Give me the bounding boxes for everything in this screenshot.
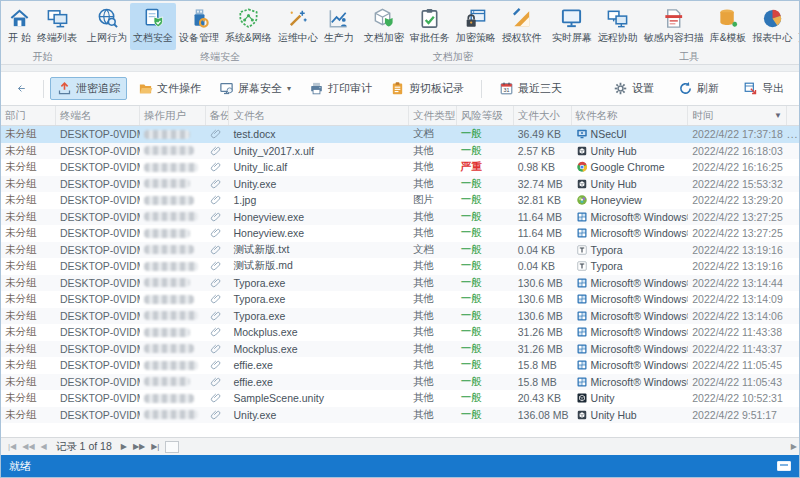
- paperclip-icon: [210, 227, 222, 239]
- ribbon-button[interactable]: 授权软件: [499, 3, 545, 50]
- cell-file-size: 15.8 MB: [514, 357, 572, 374]
- pager-first-button[interactable]: |◀: [5, 442, 19, 451]
- ribbon-button[interactable]: 远程协助: [595, 3, 641, 50]
- cell-backup[interactable]: [206, 407, 230, 424]
- table-row[interactable]: 未分组DESKTOP-0VIDMDJ1.jpg图片一般32.81 KBHoney…: [1, 192, 799, 209]
- paperclip-icon: [210, 326, 222, 338]
- cell-row-actions[interactable]: ...: [787, 126, 799, 143]
- toolbar-button[interactable]: 文件操作: [131, 77, 208, 100]
- cell-backup[interactable]: [206, 357, 230, 374]
- ribbon-button[interactable]: 文档加密: [361, 3, 407, 50]
- ribbon-button[interactable]: 上网行为: [84, 3, 130, 50]
- table-row[interactable]: 未分组DESKTOP-0VIDMDJHoneyview.exe其他一般11.64…: [1, 225, 799, 242]
- toolbar-button[interactable]: 泄密追踪: [50, 77, 127, 100]
- ribbon-button[interactable]: 更多...: [795, 3, 799, 50]
- table-row[interactable]: 未分组DESKTOP-0VIDMDJHoneyview.exe其他一般11.64…: [1, 209, 799, 226]
- cell-backup[interactable]: [206, 291, 230, 308]
- paperclip-icon: [210, 194, 222, 206]
- toolbar-button[interactable]: 刷新: [671, 77, 726, 100]
- ribbon-button[interactable]: 文档安全: [130, 3, 176, 50]
- cell-backup[interactable]: [206, 126, 230, 143]
- toolbar-button[interactable]: 打印审计: [302, 77, 379, 100]
- cell-backup[interactable]: [206, 374, 230, 391]
- ribbon-button[interactable]: 设备管理: [176, 3, 222, 50]
- table-row[interactable]: 未分组DESKTOP-0VIDMDJeffie.exe其他一般15.8 MBMi…: [1, 357, 799, 374]
- column-header[interactable]: 部门: [1, 106, 56, 125]
- cell-risk-level: 严重: [457, 159, 514, 176]
- column-header[interactable]: 文件名: [229, 106, 409, 125]
- table-row[interactable]: 未分组DESKTOP-0VIDMDJMockplus.exe其他一般31.26 …: [1, 324, 799, 341]
- hscroll-right-arrow[interactable]: ▶: [791, 442, 797, 451]
- cell-software-name: Microsoft® Windows® Oper...: [572, 324, 689, 341]
- column-header[interactable]: 风险等级: [457, 106, 514, 125]
- table-row[interactable]: 未分组DESKTOP-0VIDMDJTypora.exe其他一般130.6 MB…: [1, 275, 799, 292]
- redacted-username: [144, 212, 198, 221]
- table-row[interactable]: 未分组DESKTOP-0VIDMDJUnity.exe其他一般136.08 MB…: [1, 407, 799, 424]
- back-button[interactable]: [9, 77, 33, 100]
- ribbon-button[interactable]: 审批任务: [407, 3, 453, 50]
- column-filter-icon[interactable]: ▼: [774, 106, 782, 125]
- pager-options-button[interactable]: [165, 441, 179, 453]
- cell-time: 2022/4/22 13:27:25: [688, 225, 787, 242]
- pager-fast-prev-button[interactable]: ◀◀: [19, 442, 37, 451]
- ribbon-button[interactable]: 开 始: [5, 3, 34, 50]
- pager-fast-next-button[interactable]: ▶▶: [130, 442, 148, 451]
- cell-backup[interactable]: [206, 242, 230, 259]
- table-row[interactable]: 未分组DESKTOP-0VIDMDJTypora.exe其他一般130.6 MB…: [1, 308, 799, 325]
- column-header[interactable]: 时间▼: [688, 106, 787, 125]
- cell-backup[interactable]: [206, 258, 230, 275]
- ribbon-button[interactable]: 报表中心: [749, 3, 795, 50]
- column-header[interactable]: 终端名: [56, 106, 140, 125]
- table-row[interactable]: 未分组DESKTOP-0VIDMDJ测试新版.md其他一般0.04 KBTypo…: [1, 258, 799, 275]
- cell-operator: [140, 225, 206, 242]
- toolbar-button[interactable]: 屏幕安全▾: [212, 77, 298, 100]
- ribbon-button[interactable]: 终端列表: [34, 3, 80, 50]
- cell-operator: [140, 258, 206, 275]
- cell-backup[interactable]: [206, 324, 230, 341]
- cell-backup[interactable]: [206, 176, 230, 193]
- cell-backup[interactable]: [206, 225, 230, 242]
- table-row[interactable]: 未分组DESKTOP-0VIDMDJSampleScene.unity其他一般2…: [1, 390, 799, 407]
- cell-time: 2022/4/22 11:43:37: [688, 341, 787, 358]
- cell-file-size: 15.8 MB: [514, 374, 572, 391]
- cell-backup[interactable]: [206, 341, 230, 358]
- cell-time: 2022/4/22 13:14:06: [688, 308, 787, 325]
- table-row[interactable]: 未分组DESKTOP-0VIDMDJUnity_v2017.x.ulf其他一般2…: [1, 143, 799, 160]
- pager-prev-button[interactable]: ◀: [38, 442, 50, 451]
- ribbon-button[interactable]: 加密策略: [453, 3, 499, 50]
- column-header[interactable]: 备份: [206, 106, 230, 125]
- statusbar-screen-icon[interactable]: [777, 461, 791, 471]
- table-row[interactable]: 未分组DESKTOP-0VIDMDJTypora.exe其他一般130.6 MB…: [1, 291, 799, 308]
- cell-backup[interactable]: [206, 192, 230, 209]
- toolbar-button[interactable]: 导出: [736, 77, 791, 100]
- cell-backup[interactable]: [206, 308, 230, 325]
- cell-software-name: Unity Hub: [572, 407, 689, 424]
- ribbon-button[interactable]: 敏感内容扫描: [641, 3, 707, 50]
- cell-backup[interactable]: [206, 159, 230, 176]
- table-row[interactable]: 未分组DESKTOP-0VIDMDJUnity.exe其他一般32.74 MBU…: [1, 176, 799, 193]
- toolbar-button[interactable]: 31最近三天: [492, 77, 569, 100]
- column-header[interactable]: 软件名称: [572, 106, 689, 125]
- row-actions-ellipsis[interactable]: ...: [787, 129, 798, 140]
- table-row[interactable]: 未分组DESKTOP-0VIDMDJMockplus.exe其他一般31.26 …: [1, 341, 799, 358]
- ribbon-button[interactable]: 实时屏幕: [549, 3, 595, 50]
- cell-backup[interactable]: [206, 390, 230, 407]
- table-row[interactable]: 未分组DESKTOP-0VIDMDJ测试新版.txt文档一般0.04 KBTyp…: [1, 242, 799, 259]
- ribbon-button[interactable]: 生产力: [321, 3, 357, 50]
- ribbon-button[interactable]: 系统&网络: [222, 3, 275, 50]
- toolbar-button[interactable]: 剪切板记录: [383, 77, 471, 100]
- column-header[interactable]: 文件类型: [409, 106, 457, 125]
- pager-next-button[interactable]: ▶: [118, 442, 130, 451]
- cell-backup[interactable]: [206, 275, 230, 292]
- cell-backup[interactable]: [206, 209, 230, 226]
- table-row[interactable]: 未分组DESKTOP-0VIDMDJeffie.exe其他一般15.8 MBMi…: [1, 374, 799, 391]
- pager-last-button[interactable]: ▶|: [148, 442, 162, 451]
- table-row[interactable]: 未分组DESKTOP-0VIDMDJtest.docx文档一般36.49 KBN…: [1, 126, 799, 143]
- column-header[interactable]: 文件大小: [514, 106, 572, 125]
- table-row[interactable]: 未分组DESKTOP-0VIDMDJUnity_lic.alf其他严重0.98 …: [1, 159, 799, 176]
- toolbar-button[interactable]: 设置: [606, 77, 661, 100]
- ribbon-button[interactable]: 库&模板: [707, 3, 750, 50]
- column-header[interactable]: 操作用户: [140, 106, 206, 125]
- ribbon-button[interactable]: 运维中心: [275, 3, 321, 50]
- cell-backup[interactable]: [206, 143, 230, 160]
